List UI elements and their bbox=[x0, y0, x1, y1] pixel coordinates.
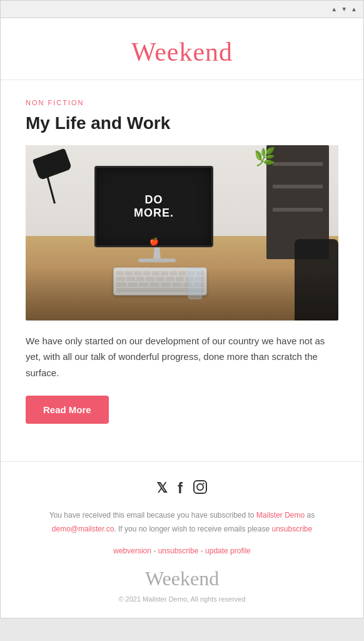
social-icons: 𝕏 f bbox=[26, 479, 338, 496]
facebook-icon[interactable]: f bbox=[178, 481, 183, 496]
brand-logo: Weekend bbox=[13, 37, 351, 67]
email-container: Weekend NON FICTION My Life and Work bbox=[1, 18, 363, 618]
lamp-head bbox=[33, 148, 73, 181]
desk-scene: 🌿 DO MORE. 🍎 bbox=[26, 145, 338, 320]
unsubscribe2-link[interactable]: unsubscribe bbox=[158, 546, 199, 555]
nav-action-icon[interactable]: ▲ bbox=[351, 6, 357, 13]
monitor-base bbox=[138, 259, 176, 262]
article-image: 🌿 DO MORE. 🍎 bbox=[26, 145, 338, 320]
nav-down-icon[interactable]: ▼ bbox=[341, 6, 347, 13]
footer-links-text: webversion - unsubscribe - update profil… bbox=[26, 545, 338, 558]
email-footer: 𝕏 f You have received this email because… bbox=[1, 462, 363, 618]
monitor: DO MORE. 🍎 bbox=[94, 166, 220, 263]
monitor-stand bbox=[151, 247, 163, 259]
email-header: Weekend bbox=[1, 18, 363, 80]
lamp bbox=[35, 150, 85, 207]
monitor-screen-text: DO MORE. bbox=[134, 193, 174, 220]
svg-point-1 bbox=[197, 484, 203, 490]
nav-up-icon[interactable]: ▲ bbox=[331, 6, 337, 13]
footer-subscription-text: You have received this email because you… bbox=[26, 509, 338, 536]
article-category: NON FICTION bbox=[26, 99, 338, 106]
article-image-container: 🌿 DO MORE. 🍎 bbox=[26, 145, 338, 320]
plant-decoration: 🌿 bbox=[254, 146, 276, 167]
article-excerpt: We have only started on our development … bbox=[26, 333, 338, 381]
twitter-icon[interactable]: 𝕏 bbox=[156, 481, 168, 495]
image-overlay bbox=[26, 268, 338, 320]
svg-rect-0 bbox=[194, 481, 206, 493]
unsubscribe-link[interactable]: unsubscribe bbox=[271, 525, 312, 533]
email-body: NON FICTION My Life and Work bbox=[1, 80, 363, 443]
apple-logo: 🍎 bbox=[149, 237, 159, 247]
footer-logo: Weekend bbox=[26, 567, 338, 590]
update-profile-link[interactable]: update profile bbox=[205, 546, 251, 555]
browser-window: ▲ ▼ ▲ Weekend NON FICTION My Life and Wo… bbox=[0, 0, 364, 618]
article-title: My Life and Work bbox=[26, 113, 338, 134]
mailster-demo-link[interactable]: Mailster Demo bbox=[256, 511, 305, 520]
monitor-screen: DO MORE. 🍎 bbox=[94, 166, 213, 247]
email-link[interactable]: demo@mailster.co bbox=[52, 525, 114, 533]
footer-copyright: © 2021 Mailster Demo, All rights reserve… bbox=[26, 595, 338, 603]
svg-point-2 bbox=[203, 483, 204, 484]
read-more-button[interactable]: Read More bbox=[26, 396, 109, 424]
instagram-icon[interactable] bbox=[193, 479, 208, 496]
webversion-link[interactable]: webversion bbox=[113, 546, 151, 555]
browser-toolbar: ▲ ▼ ▲ bbox=[1, 1, 363, 18]
